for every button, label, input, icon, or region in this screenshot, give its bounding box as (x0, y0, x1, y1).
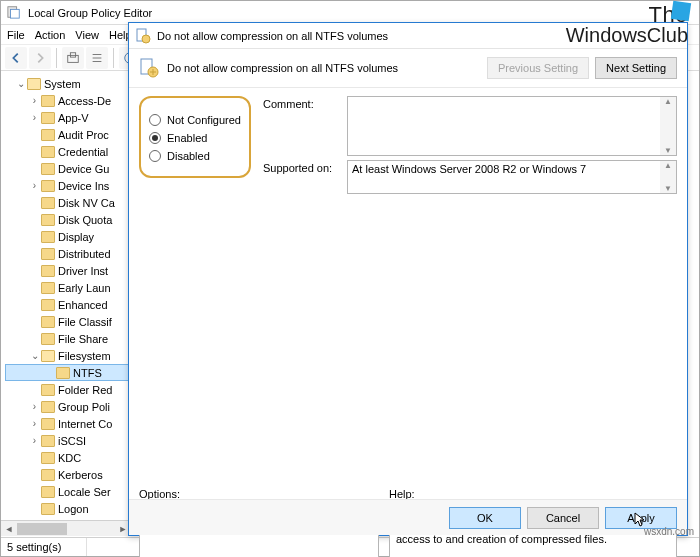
expand-icon[interactable]: › (29, 180, 40, 191)
parent-title-text: Local Group Policy Editor (28, 7, 152, 19)
gpedit-icon (7, 3, 21, 17)
tree-node[interactable]: Locale Ser (5, 483, 130, 500)
tree-node[interactable]: ›Internet Co (5, 415, 130, 432)
folder-icon (41, 197, 55, 209)
comment-label: Comment: (263, 96, 341, 110)
folder-icon (41, 503, 55, 515)
statusbar-text: 5 setting(s) (7, 538, 87, 556)
tree-node[interactable]: Folder Red (5, 381, 130, 398)
expand-icon[interactable] (29, 503, 40, 514)
menu-action[interactable]: Action (35, 29, 66, 41)
expand-icon[interactable] (29, 163, 40, 174)
folder-icon (41, 231, 55, 243)
svg-rect-2 (68, 55, 79, 62)
tree-node[interactable]: Audit Proc (5, 126, 130, 143)
expand-icon[interactable] (29, 231, 40, 242)
expand-icon[interactable] (29, 265, 40, 276)
tree-node[interactable]: ›App-V (5, 109, 130, 126)
toolbar-up-icon[interactable] (62, 47, 84, 69)
scroll-up-icon: ▲ (664, 97, 672, 106)
expand-icon[interactable] (29, 469, 40, 480)
tree-node[interactable]: Distributed (5, 245, 130, 262)
toolbar-list-icon[interactable] (86, 47, 108, 69)
expand-icon[interactable] (29, 282, 40, 293)
expand-icon[interactable] (29, 316, 40, 327)
scroll-thumb[interactable] (17, 523, 67, 535)
folder-icon (56, 367, 70, 379)
toolbar-forward-icon[interactable] (29, 47, 51, 69)
dialog-titlebar[interactable]: Do not allow compression on all NTFS vol… (129, 23, 687, 49)
tree-node-system[interactable]: ⌄ System (5, 75, 130, 92)
tree-horizontal-scrollbar[interactable]: ◄ ► (1, 520, 131, 536)
expand-icon[interactable] (29, 197, 40, 208)
folder-icon (41, 418, 55, 430)
tree-node[interactable]: ›iSCSI (5, 432, 130, 449)
dialog-footer: OK Cancel Apply (129, 499, 687, 535)
previous-setting-button[interactable]: Previous Setting (487, 57, 589, 79)
expand-icon[interactable] (29, 384, 40, 395)
tree-node[interactable]: Enhanced (5, 296, 130, 313)
expand-icon[interactable]: › (29, 435, 40, 446)
folder-icon (41, 180, 55, 192)
folder-icon (41, 299, 55, 311)
ok-button[interactable]: OK (449, 507, 521, 529)
tree-node[interactable]: Display (5, 228, 130, 245)
next-setting-button[interactable]: Next Setting (595, 57, 677, 79)
tree-node[interactable]: Disk Quota (5, 211, 130, 228)
attribution: wsxdn.com (644, 526, 694, 537)
tree-node[interactable]: NTFS (5, 364, 130, 381)
radio-dot-icon (149, 150, 161, 162)
cancel-button[interactable]: Cancel (527, 507, 599, 529)
tree-node[interactable]: Driver Inst (5, 262, 130, 279)
expand-icon[interactable] (29, 146, 40, 157)
scroll-left-icon[interactable]: ◄ (1, 522, 17, 536)
expand-icon[interactable]: › (29, 112, 40, 123)
expand-icon[interactable]: › (29, 401, 40, 412)
expand-icon[interactable] (29, 333, 40, 344)
toolbar-back-icon[interactable] (5, 47, 27, 69)
folder-icon (41, 265, 55, 277)
tree-node[interactable]: Device Gu (5, 160, 130, 177)
tree-node[interactable]: Disk NV Ca (5, 194, 130, 211)
tree-node[interactable]: Kerberos (5, 466, 130, 483)
expand-icon[interactable] (29, 129, 40, 140)
tree-node[interactable]: File Classif (5, 313, 130, 330)
radio-enabled[interactable]: Enabled (149, 132, 241, 144)
expand-icon[interactable] (29, 299, 40, 310)
expand-icon[interactable] (29, 486, 40, 497)
expand-icon[interactable]: › (29, 418, 40, 429)
folder-icon (41, 435, 55, 447)
menu-view[interactable]: View (75, 29, 99, 41)
radio-not-configured[interactable]: Not Configured (149, 114, 241, 126)
folder-icon (41, 163, 55, 175)
radio-disabled[interactable]: Disabled (149, 150, 241, 162)
tree-node[interactable]: Credential (5, 143, 130, 160)
radio-dot-icon (149, 132, 161, 144)
folder-icon (41, 248, 55, 260)
expand-icon[interactable]: ⌄ (15, 78, 26, 89)
tree-node[interactable]: ⌄Filesystem (5, 347, 130, 364)
expand-icon[interactable]: › (29, 95, 40, 106)
policy-dialog: Do not allow compression on all NTFS vol… (128, 22, 688, 536)
tree-node[interactable]: ›Group Poli (5, 398, 130, 415)
tree-node[interactable]: KDC (5, 449, 130, 466)
expand-icon[interactable] (29, 452, 40, 463)
expand-icon[interactable]: ⌄ (29, 350, 40, 361)
menu-file[interactable]: File (7, 29, 25, 41)
expand-icon[interactable] (29, 214, 40, 225)
expand-icon[interactable] (44, 367, 55, 378)
policy-icon (135, 28, 151, 44)
tree-view[interactable]: ⌄ System ›Access-De›App-VAudit ProcCrede… (1, 73, 131, 536)
scrollbar[interactable]: ▲▼ (660, 97, 676, 155)
tree-node[interactable]: ›Access-De (5, 92, 130, 109)
comment-textbox[interactable]: ▲▼ (347, 96, 677, 156)
expand-icon[interactable] (29, 248, 40, 259)
tree-node[interactable]: ›Device Ins (5, 177, 130, 194)
tree-node[interactable]: Logon (5, 500, 130, 517)
folder-icon (41, 146, 55, 158)
tree-node[interactable]: Early Laun (5, 279, 130, 296)
scrollbar[interactable]: ▲▼ (660, 161, 676, 193)
folder-icon (41, 401, 55, 413)
tree-node[interactable]: File Share (5, 330, 130, 347)
supported-textbox: At least Windows Server 2008 R2 or Windo… (347, 160, 677, 194)
